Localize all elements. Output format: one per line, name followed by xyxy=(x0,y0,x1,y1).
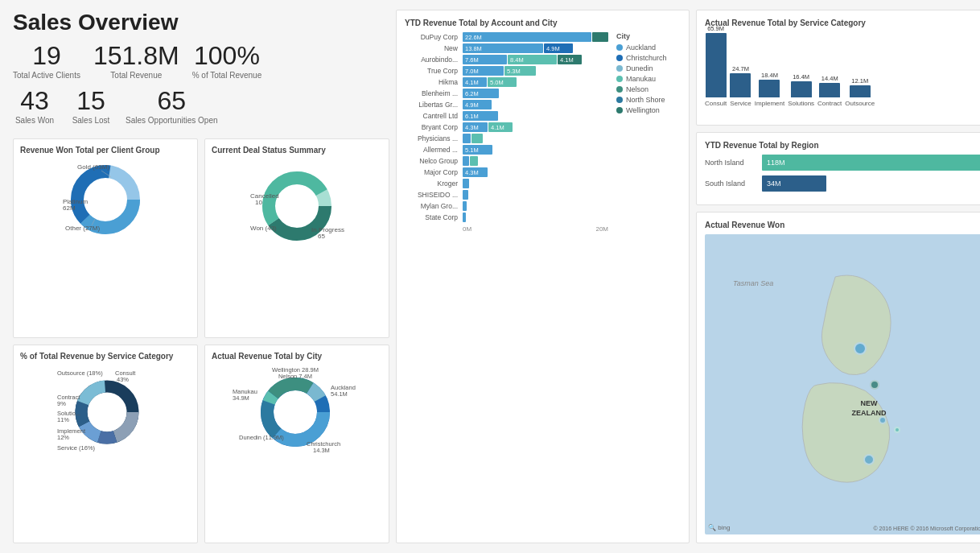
svg-text:Service (16%): Service (16%) xyxy=(57,444,96,452)
svg-text:65: 65 xyxy=(318,233,325,240)
ytd-bar-segment-value: 4.9M xyxy=(463,101,479,109)
ytd-bar-segment: 5.3M xyxy=(504,66,536,76)
nz-map-shape xyxy=(776,265,931,505)
region-bar-row: North Island118M xyxy=(705,155,980,171)
actual-revenue-service-panel: Actual Revenue Total by Service Category… xyxy=(696,10,980,126)
ytd-bar-segment xyxy=(463,201,467,211)
ytd-bar-row: New13.8M4.9M xyxy=(405,43,608,53)
kpi-sales-opps-value: 65 xyxy=(126,87,218,115)
donut-deal-status-container: Cancelled 10 Won (43) In Progress 65 xyxy=(212,159,382,248)
svg-text:In Progress: In Progress xyxy=(311,226,344,233)
ytd-legend-dot xyxy=(616,65,623,72)
ytd-bar-label: Nelco Group xyxy=(405,157,463,165)
ytd-bar-segments xyxy=(463,134,483,143)
vbar-column: 18.4MImplement xyxy=(755,72,784,107)
donut-client-group-title: Revenue Won Total per Client Group xyxy=(20,146,191,155)
ytd-region-title: YTD Revenue Total by Region xyxy=(705,141,980,150)
ytd-bar-segment: 5.0M xyxy=(488,77,517,87)
vbar-value: 14.4M xyxy=(821,75,838,82)
ytd-bar-segment: 4.3M xyxy=(463,167,488,177)
bottom-bottom-charts: % of Total Revenue by Service Category O… xyxy=(13,345,389,543)
region-bar-fill: 118M xyxy=(762,155,980,171)
svg-text:Nelson 7.4M: Nelson 7.4M xyxy=(278,373,312,380)
ytd-bar-segments xyxy=(463,201,467,211)
actual-revenue-service-title: Actual Revenue Total by Service Category xyxy=(705,19,980,27)
ytd-bar-label: Blenheim ... xyxy=(405,89,463,97)
ytd-legend-item: Auckland xyxy=(616,43,681,52)
kpi-active-clients: 19 Total Active Clients xyxy=(13,42,93,80)
svg-text:43%: 43% xyxy=(117,376,129,383)
ytd-legend-container: City AucklandChristchurchDunedinManukauN… xyxy=(616,32,681,534)
ytd-legend-dot xyxy=(616,107,623,113)
kpi-sales-opps: 65 Sales Opportunities Open xyxy=(126,87,231,126)
region-label: North Island xyxy=(705,159,757,167)
ytd-bar-segments: 7.0M5.3M xyxy=(463,66,536,76)
ytd-bar-label: Physicians ... xyxy=(405,134,463,142)
ytd-legend: AucklandChristchurchDunedinManukauNelson… xyxy=(616,43,681,114)
ytd-bars: DuPuy Corp22.6MNew13.8M4.9MAurobindo...7… xyxy=(405,32,608,222)
ytd-bar-segments: 4.9M xyxy=(463,100,492,109)
vbar-label: Contract xyxy=(817,100,842,107)
ytd-bar-row: Physicians ... xyxy=(405,134,608,143)
ytd-bar-segment-value: 4.1M xyxy=(488,124,504,131)
ytd-bar-segment xyxy=(463,134,471,143)
ytd-bar-segment-value: 22.6M xyxy=(463,34,482,41)
vbar-fill xyxy=(759,80,780,97)
ytd-region-panel: YTD Revenue Total by Region North Island… xyxy=(696,132,980,205)
ytd-bar-segments: 22.6M xyxy=(463,32,608,42)
map-dot-2 xyxy=(879,416,887,424)
ytd-bar-segment: 4.1M xyxy=(488,122,513,132)
vbar-chart: 65.9MConsult24.7MService18.4MImplement16… xyxy=(705,32,980,109)
ytd-bar-segments: 4.1M5.0M xyxy=(463,77,517,87)
ytd-legend-item: Christchurch xyxy=(616,54,681,62)
vbar-column: 65.9MConsult xyxy=(705,25,727,107)
donut-deal-status-svg: Cancelled 10 Won (43) In Progress 65 xyxy=(249,159,345,248)
vbar-label: Implement xyxy=(755,100,784,107)
ytd-bar-label: True Corp xyxy=(405,67,463,75)
bing-logo: 🔍 bing xyxy=(708,524,730,531)
ytd-bar-row: Mylan Gro... xyxy=(405,201,608,211)
svg-text:Other (27M): Other (27M) xyxy=(65,225,100,232)
kpi-row-1: 19 Total Active Clients 151.8M Total Rev… xyxy=(13,42,389,80)
svg-text:Dunedin (11.9M): Dunedin (11.9M) xyxy=(239,434,284,441)
ytd-bar-segments xyxy=(463,156,478,166)
ytd-bar-label: Mylan Gro... xyxy=(405,202,463,210)
region-bar-value: 34M xyxy=(762,180,781,188)
ytd-bar-segment: 4.3M xyxy=(463,122,488,132)
ytd-bar-segment: 6.1M xyxy=(463,111,498,121)
ytd-bar-segments xyxy=(463,179,469,188)
ytd-bar-row: Major Corp4.3M xyxy=(405,167,608,177)
ytd-bar-segment: 7.6M xyxy=(463,55,507,64)
ytd-bar-segments: 6.1M xyxy=(463,111,498,121)
map-dot-3 xyxy=(894,427,900,433)
map-copyright: © 2016 HERE © 2016 Microsoft Corporation xyxy=(873,526,980,531)
vbar-value: 24.7M xyxy=(732,65,749,72)
donut-client-group-svg: Gold (63M) Platinum 62M Other (27M) xyxy=(61,159,150,240)
ytd-bar-segment-value: 13.8M xyxy=(463,45,482,52)
vbar-column: 24.7MService xyxy=(730,65,751,107)
map-dot-4 xyxy=(863,454,875,465)
ytd-legend-item: Wellington xyxy=(616,106,681,114)
ytd-bar-segment-value: 7.6M xyxy=(463,56,479,64)
donut-city-panel: Actual Revenue Total by City Wellington … xyxy=(204,345,389,543)
ytd-bar-segment: 5.1M xyxy=(463,145,492,155)
ytd-bar-segment-value: 6.2M xyxy=(463,90,479,97)
vbar-label: Outsource xyxy=(845,100,875,107)
vbar-fill xyxy=(819,83,840,97)
ytd-bar-segment-value: 4.9M xyxy=(544,45,560,52)
ytd-bar-segment-value: 7.0M xyxy=(463,68,479,75)
ytd-bar-row: Blenheim ...6.2M xyxy=(405,89,608,98)
map-title: Actual Revenue Won xyxy=(705,221,980,229)
ytd-bars-container: DuPuy Corp22.6MNew13.8M4.9MAurobindo...7… xyxy=(405,32,608,534)
vbar-fill xyxy=(791,81,812,97)
svg-text:34.9M: 34.9M xyxy=(233,394,249,402)
map-area: Tasman Sea NEWZEALAND 🔍 bing © 2016 HERE… xyxy=(705,234,980,534)
ytd-legend-label: Christchurch xyxy=(626,54,667,62)
ytd-bar-label: Allermed ... xyxy=(405,146,463,154)
ytd-bar-segments xyxy=(463,213,466,222)
kpi-pct-revenue: 100% % of Total Revenue xyxy=(192,42,275,80)
region-bar-row: South Island34M xyxy=(705,175,980,192)
region-label: South Island xyxy=(705,180,757,188)
ytd-bar-segments: 5.1M xyxy=(463,145,492,155)
kpi-sales-lost: 15 Sales Lost xyxy=(69,87,126,126)
